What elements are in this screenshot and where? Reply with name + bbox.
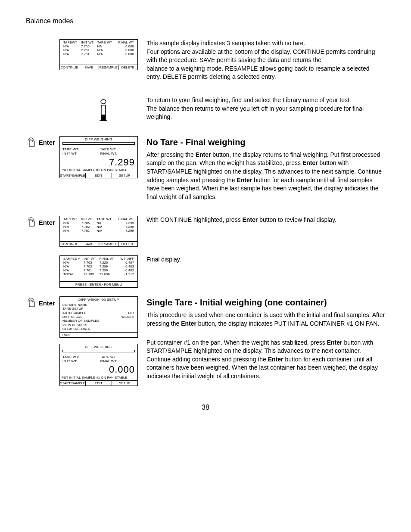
press-enter-icon: Enter [26,216,55,229]
paragraph: This sample display indicates 3 samples … [146,39,385,81]
lcd-screen-1: TAREWT INIT WT TARE WT FINAL WT N/A7.705… [59,39,138,70]
heading-single-tare: Single Tare - Initial weighing (one cont… [146,296,385,308]
press-enter-icon: Enter [26,296,55,309]
lcd-screen-6: DIFF WEIGHING TARE WT: IN IT WT: TARE WT… [59,344,138,386]
header-rule [26,27,385,27]
paragraph: To return to your final weighing, find a… [146,96,385,121]
paragraph: After pressing the Enter button, the dis… [146,151,385,202]
heading-no-tare: No Tare - Final weighing [146,136,385,148]
lcd-screen-5: DIFF WEIGHING SETUP LIBRARY NAME TARE SE… [59,296,138,337]
svg-rect-2 [101,115,106,121]
svg-point-0 [101,100,106,104]
hand-icon [26,216,37,229]
sample-bottle-icon [90,96,116,126]
page-number: 38 [26,404,385,411]
paragraph: Put container #1 on the pan. When the we… [146,339,385,381]
hand-icon [26,296,37,309]
lcd-screen-3: TAREWT INITWT TARE WT FINAL WT N/A7.705N… [59,216,138,247]
page-header: Balance modes [26,17,385,25]
lcd-screen-2: DIFF WEIGHING TARE WT: IN IT WT: TARE WT… [59,136,138,178]
lcd-screen-4: SAMPLE # INIT WT FINAL WT WT DIFF N/A7.7… [59,255,138,288]
press-enter-icon: Enter [26,136,55,149]
paragraph: Final display. [146,255,385,264]
paragraph: This procedure is used when one containe… [146,311,385,328]
hand-icon [26,136,37,149]
paragraph: With CONTINUE highlighted, press Enter b… [146,216,385,224]
